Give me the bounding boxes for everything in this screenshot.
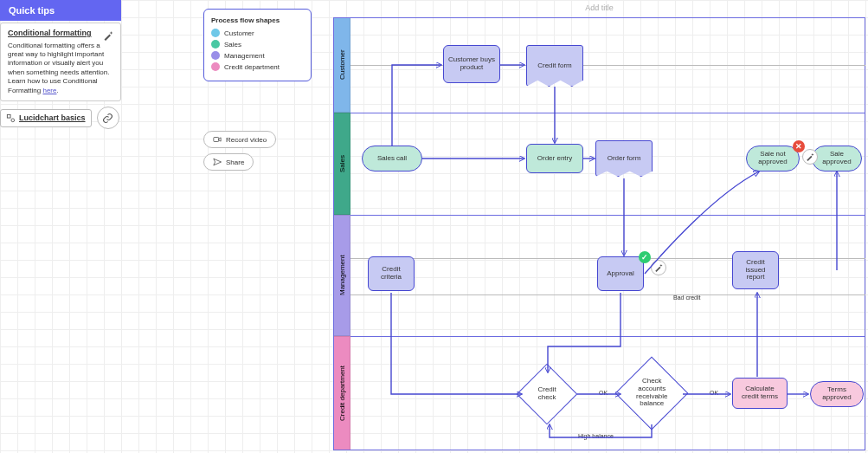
diagram-title-input[interactable]: Add title bbox=[333, 0, 865, 16]
conditional-format-indicator-icon[interactable] bbox=[802, 149, 818, 165]
legend-item: Credit department bbox=[211, 62, 304, 71]
node-terms-approved[interactable]: Terms approved bbox=[810, 381, 864, 407]
record-video-button[interactable]: Record video bbox=[203, 131, 276, 148]
error-badge-icon: ✕ bbox=[793, 140, 805, 152]
node-credit-issued-report[interactable]: Credit issued report bbox=[732, 251, 779, 289]
send-icon bbox=[213, 158, 222, 166]
node-sale-not-approved[interactable]: Sale not approved bbox=[746, 146, 800, 171]
node-credit-form[interactable]: Credit form bbox=[526, 45, 583, 87]
video-icon bbox=[213, 135, 222, 144]
node-customer-buys-product[interactable]: Customer buys product bbox=[443, 45, 500, 83]
svg-rect-0 bbox=[7, 114, 10, 118]
node-order-form[interactable]: Order form bbox=[595, 140, 653, 177]
legend-item: Customer bbox=[211, 29, 304, 37]
check-badge-icon: ✓ bbox=[639, 251, 651, 263]
legend-item: Sales bbox=[211, 40, 304, 49]
quick-tips-header: Quick tips bbox=[0, 0, 121, 21]
edge-label-high-balance: High balance bbox=[578, 433, 614, 439]
node-order-entry[interactable]: Order entry bbox=[526, 144, 583, 173]
edge-label-ok: OK bbox=[599, 390, 608, 396]
edge-label-ok: OK bbox=[710, 390, 718, 396]
legend-item: Management bbox=[211, 51, 304, 60]
svg-rect-2 bbox=[214, 138, 219, 142]
magic-wand-icon bbox=[102, 29, 114, 42]
share-button[interactable]: Share bbox=[203, 153, 254, 171]
conditional-format-indicator-icon[interactable] bbox=[651, 260, 666, 275]
lucidchart-basics-button[interactable]: Lucidchart basics bbox=[0, 109, 92, 127]
quick-tips-panel: Quick tips Conditional formatting Condit… bbox=[0, 0, 121, 129]
node-credit-criteria[interactable]: Credit criteria bbox=[368, 256, 415, 291]
legend-process-flow-shapes[interactable]: Process flow shapes Customer Sales Manag… bbox=[203, 9, 312, 81]
tip-card-conditional-formatting: Conditional formatting Conditional forma… bbox=[0, 23, 121, 101]
node-calculate-credit-terms[interactable]: Calculate credit terms bbox=[732, 378, 788, 409]
legend-title: Process flow shapes bbox=[211, 16, 304, 24]
floating-actions: Record video Share bbox=[203, 126, 276, 171]
basics-label: Lucidchart basics bbox=[19, 113, 86, 122]
edge-label-bad-credit: Bad credit bbox=[673, 294, 701, 301]
tip-link-here[interactable]: here bbox=[42, 87, 56, 94]
link-icon[interactable] bbox=[97, 107, 119, 129]
node-sale-approved[interactable]: Sale approved bbox=[812, 146, 862, 171]
shapes-icon bbox=[6, 113, 16, 123]
svg-point-1 bbox=[11, 118, 15, 121]
tip-title: Conditional formatting bbox=[8, 29, 113, 39]
node-approval[interactable]: Approval bbox=[597, 256, 644, 291]
node-sales-call[interactable]: Sales call bbox=[362, 146, 422, 171]
